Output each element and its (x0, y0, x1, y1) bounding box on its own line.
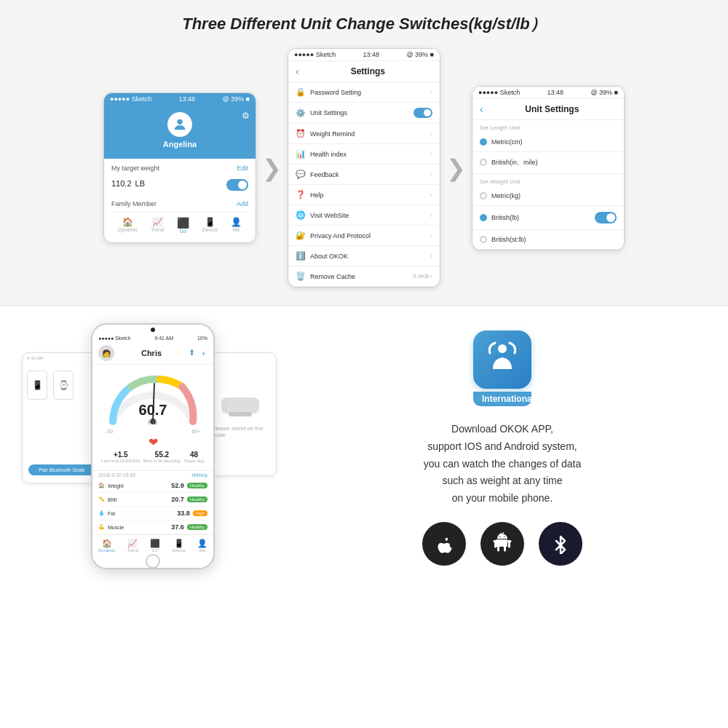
gauge-section: 60.7 KG -30 60+ ❤ +1.5 Last time (2018/3… (92, 365, 213, 469)
apple-store-icon[interactable] (422, 522, 466, 566)
bottom-section: 9:41 AM 📱 ⌚ Pair Bluetooth Scale ↓ Pleas… (0, 306, 728, 629)
right-info-panel: International Download OKOK APP, support… (298, 323, 706, 566)
bg-tablet-right: ↓ Please stand on the scale (204, 352, 277, 476)
british-in-option[interactable]: British(in、mile) (472, 152, 624, 174)
family-row: Family Member Add (111, 200, 248, 207)
british-lb-option[interactable]: British(lb) (472, 206, 624, 230)
bottom-nav-1: 🏠 Dynamic 📈 Trend ⬛ Go 📱 Device (111, 212, 248, 237)
mini-device-2: ⌚ (53, 371, 74, 400)
main-phone-status: ●●●●● Sketch 9:41 AM 10% (92, 335, 213, 342)
list-item[interactable]: ⏰Weight Remind › (288, 124, 440, 144)
gauge-labels: -30 60+ (100, 429, 206, 434)
settings-title: Settings (304, 66, 432, 76)
list-item[interactable]: 💬Feedback › (288, 165, 440, 185)
back-icon[interactable]: ‹ (296, 66, 299, 77)
length-section-label: Set Length Unit (472, 120, 624, 132)
nav-go[interactable]: ⬛ Go (177, 217, 189, 234)
nav-me[interactable]: 👤 Me (231, 217, 242, 234)
screen1-body: My target weight Edit 110.2 LB Family Me… (104, 159, 256, 242)
arrow-1: ❯ (256, 154, 288, 182)
unit-toggle[interactable] (226, 179, 248, 191)
nav-go[interactable]: ⬛GO (150, 539, 160, 553)
list-item[interactable]: 📊Health index › (288, 144, 440, 165)
screen3-header: ‹ Unit Settings (472, 99, 624, 120)
list-item[interactable]: ℹ️About OKOK › (288, 246, 440, 266)
main-phone: ●●●●● Sketch 9:41 AM 10% 🧑 Chris ⬆ ＋ (91, 323, 215, 569)
status-bar-1: ●●●●● Sketch 13:48 @ 39% ■ (104, 93, 256, 105)
arrow-2: ❯ (440, 154, 472, 182)
app-icon[interactable] (473, 331, 531, 389)
share-icon[interactable]: ⬆ (189, 348, 195, 359)
home-button-area (92, 555, 213, 568)
scale-placeholder: ↓ Please stand on the scale (205, 353, 276, 475)
phone-screen-1: ●●●●● Sketch 13:48 @ 39% ■ ⚙ Angelina My… (103, 92, 256, 243)
user-name: Chris (141, 349, 162, 357)
pair-bluetooth-button[interactable]: Pair Bluetooth Scale (28, 464, 95, 475)
target-stat: 48 Target (kg) (183, 451, 205, 463)
international-label: International (473, 392, 531, 406)
add-icon[interactable]: ＋ (199, 348, 207, 359)
svg-rect-2 (229, 412, 252, 416)
back-icon[interactable]: ‹ (480, 103, 483, 115)
list-item[interactable]: 🔒Password Setting › (288, 82, 440, 103)
top-section: Three Different Unit Change Switches(kg/… (0, 0, 728, 306)
bg-tablet-left: 9:41 AM 📱 ⌚ Pair Bluetooth Scale (22, 352, 102, 483)
last-time-stat: +1.5 Last time (2018/3/9) (101, 451, 140, 463)
bmi-metric: 📏BMI 20.7 Healthy (98, 493, 207, 507)
remove-cache-item[interactable]: 🗑️Remove Cache 0.0KB › (288, 266, 440, 287)
nav-trend[interactable]: 📈Trend (127, 539, 138, 553)
device-icons: 📱 ⌚ (23, 366, 101, 404)
nav-dynamic[interactable]: 🏠 Dynamic (118, 217, 138, 234)
radio-british-lb (480, 214, 487, 221)
nav-trend[interactable]: 📈 Trend (151, 217, 164, 234)
screens-row: ●●●●● Sketch 13:48 @ 39% ■ ⚙ Angelina My… (15, 48, 713, 288)
list-item[interactable]: 🔐Privacy And Protocol › (288, 226, 440, 246)
radio-british-stlb (480, 236, 487, 243)
nav-me[interactable]: 👤Me (197, 539, 207, 553)
android-store-icon[interactable] (480, 522, 524, 566)
target-weight-row: My target weight Edit (111, 165, 248, 172)
weight-gauge: 60.7 KG (102, 371, 204, 429)
phone-cluster: 9:41 AM 📱 ⌚ Pair Bluetooth Scale ↓ Pleas… (22, 323, 284, 614)
list-item[interactable]: ❓Help › (288, 185, 440, 205)
stats-row: +1.5 Last time (2018/3/9) 55.2 Best in 3… (100, 451, 206, 463)
weight-display: 110.2 LB (111, 175, 145, 190)
nav-device[interactable]: 📱 Device (202, 217, 218, 234)
avatar (167, 112, 192, 137)
metric-kg-option[interactable]: Metric(kg) (472, 186, 624, 206)
nav-device[interactable]: 📱Device (172, 539, 185, 553)
weight-metric: 🏠Weight 52.9 Healthy (98, 479, 207, 493)
main-phone-header: 🧑 Chris ⬆ ＋ (92, 342, 213, 365)
mini-device-1: 📱 (27, 371, 47, 400)
app-logo (484, 339, 521, 381)
list-item[interactable]: 🌐Visit WebSite › (288, 205, 440, 226)
date-history-row: 2018-3-10 15:32 History (92, 470, 213, 479)
unit-settings-title: Unit Settings (488, 104, 617, 114)
metric-cm-option[interactable]: Metric(cm) (472, 132, 624, 152)
radio-british-in (480, 159, 487, 166)
svg-text:↓: ↓ (239, 404, 242, 409)
bluetooth-icon[interactable] (539, 522, 582, 566)
app-description: Download OKOK APP, support IOS and Andro… (424, 421, 581, 507)
status-bar-3: ●●●●● Sketch 13:48 @ 39% ■ (472, 87, 624, 99)
gear-icon: ⚙ (242, 111, 250, 121)
status-bar-2: ●●●●● Sketch 13:48 @ 39% ■ (288, 49, 440, 61)
metrics-list: 🏠Weight 52.9 Healthy 📏BMI 20.7 Healthy 💧… (92, 479, 213, 534)
best-stat: 55.2 Best in 30 days(kg) (143, 451, 181, 463)
camera-dot (151, 328, 155, 332)
header-actions: ⬆ ＋ (189, 348, 207, 359)
british-lb-toggle[interactable] (595, 212, 617, 223)
page-title: Three Different Unit Change Switches(kg/… (15, 13, 713, 35)
nav-dynamic[interactable]: 🏠Dynamic (98, 539, 115, 553)
muscle-metric: 💪Muscle 37.6 Healthy (98, 521, 207, 534)
phone-screen-3: ●●●●● Sketch 13:48 @ 39% ■ ‹ Unit Settin… (472, 86, 625, 250)
unit-settings-toggle[interactable] (414, 108, 432, 118)
svg-point-0 (177, 119, 182, 124)
heart-icon: ❤ (100, 435, 206, 449)
british-stlb-option[interactable]: British(st:lb) (472, 230, 624, 250)
radio-metric-kg (480, 192, 487, 199)
phone-screen-2: ●●●●● Sketch 13:48 @ 39% ■ ‹ Settings 🔒P… (288, 48, 440, 288)
home-button[interactable] (146, 554, 160, 569)
radio-metric-cm (480, 138, 487, 146)
unit-settings-item[interactable]: ⚙️Unit Settings (288, 103, 440, 124)
